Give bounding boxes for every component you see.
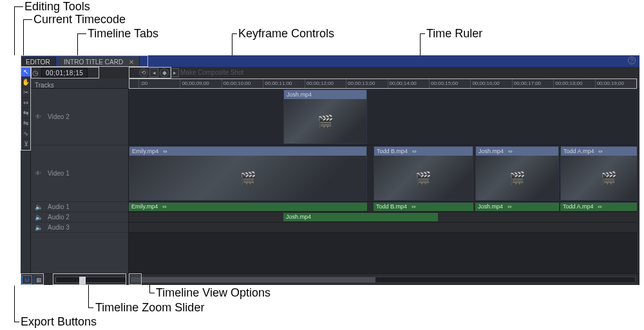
tool-slice[interactable]: ✂ xyxy=(21,87,31,98)
keyframe-add-button[interactable]: ◆ xyxy=(160,68,169,77)
link-icon: ⇔ xyxy=(412,149,417,154)
clip-label: Emily.mp4 ⇔ xyxy=(129,147,366,156)
annotation-view-options: Timeline View Options xyxy=(156,286,270,300)
annotation-timeline-tabs: Timeline Tabs xyxy=(88,27,158,41)
tool-ripple[interactable]: ⇆ xyxy=(21,108,31,118)
ruler-tick: 00;00;14;00 xyxy=(388,78,429,89)
clip-label-text: Josh.mp4 xyxy=(478,148,504,154)
lane-video2[interactable]: Josh.mp4 🎬 xyxy=(129,89,637,145)
help-icon[interactable]: ? xyxy=(628,57,636,64)
aclip-label: Todd A.mp4 xyxy=(563,203,594,210)
track-header-audio3[interactable]: 🔈 Audio 3 xyxy=(31,223,128,233)
speaker-icon[interactable]: 🔈 xyxy=(35,214,43,221)
keyframe-prev-button[interactable]: ◂ xyxy=(149,68,158,77)
timeline-panel: EDITOR INTRO TITLE CARD ✕ ? ◷ 00;01;18;1… xyxy=(21,55,639,285)
editing-tools: ↖ ✋ ✂ ⇔ ⇆ ⇋ ∿ ⊻ xyxy=(21,67,31,273)
track-header-video1[interactable]: 👁 Video 1 xyxy=(31,145,128,202)
ruler-tick: 00;00;16;00 xyxy=(470,78,511,89)
ruler-tick: 00;00;13;00 xyxy=(346,78,387,89)
tool-snap[interactable]: ⊻ xyxy=(21,139,31,149)
clip-label: Todd B.mp4 ⇔ xyxy=(374,147,473,156)
clip-thumbnail: 🎬 xyxy=(561,156,637,200)
clip-label-text: Todd B.mp4 xyxy=(377,148,408,154)
zoom-thumb[interactable] xyxy=(79,277,86,284)
clip-thumbnail: 🎬 xyxy=(476,156,558,200)
tab-second-label: INTRO TITLE CARD xyxy=(64,59,123,66)
ruler-tick: ;00 xyxy=(138,78,180,89)
clip-label: Josh.mp4 ⇔ xyxy=(476,147,558,156)
tool-slip[interactable]: ⇔ xyxy=(21,98,31,108)
aclip-audio1-toddb[interactable]: Todd B.mp4 ⇔ xyxy=(374,203,473,211)
speaker-icon[interactable]: 🔈 xyxy=(35,224,43,231)
aclip-label: Emily.mp4 xyxy=(131,203,158,210)
tracks-header: Tracks ;00 00;00;09;00 00;00;10;00 00;00… xyxy=(31,78,639,89)
link-icon: ⇔ xyxy=(163,149,167,154)
speaker-icon[interactable]: 🔈 xyxy=(35,203,43,210)
aclip-audio1-todda[interactable]: Todd A.mp4 ⇔ xyxy=(560,203,637,211)
lane-audio1[interactable]: Emily.mp4 ⇔ Todd B.mp4 ⇔ Josh.mp4 ⇔ Todd… xyxy=(129,202,637,212)
aclip-audio1-josh[interactable]: Josh.mp4 ⇔ xyxy=(475,203,559,211)
ruler-tick: 00;00;18;00 xyxy=(553,78,594,89)
eye-icon[interactable]: 👁 xyxy=(35,170,43,177)
keyframe-home-button[interactable]: ⟲ xyxy=(139,68,148,77)
clip-thumbnail: 🎬 xyxy=(374,156,473,200)
time-ruler[interactable]: ;00 00;00;09;00 00;00;10;00 00;00;11;00 … xyxy=(138,78,636,89)
bottom-bar: U ▦ ▤ xyxy=(21,273,639,285)
clip-video1-todda[interactable]: Todd A.mp4 ⇔ 🎬 xyxy=(560,146,637,201)
eye-icon[interactable]: 👁 xyxy=(35,113,43,120)
tool-hand[interactable]: ✋ xyxy=(21,77,31,87)
timeline-body[interactable]: Josh.mp4 🎬 Emily.mp4 ⇔ 🎬 Todd B.mp4 ⇔ 🎬 xyxy=(129,89,637,273)
export-button-1[interactable]: U xyxy=(22,275,32,284)
lane-video1[interactable]: Emily.mp4 ⇔ 🎬 Todd B.mp4 ⇔ 🎬 Josh.mp4 ⇔ … xyxy=(129,145,637,202)
ruler-tick: 00;00;15;00 xyxy=(429,78,470,89)
topbar: EDITOR INTRO TITLE CARD ✕ ? xyxy=(21,55,639,67)
timeline-zoom-slider[interactable] xyxy=(55,277,126,283)
link-icon: ⇔ xyxy=(508,149,513,154)
clip-video1-toddb[interactable]: Todd B.mp4 ⇔ 🎬 xyxy=(374,146,473,201)
tool-roll[interactable]: ⇋ xyxy=(21,118,31,129)
clip-label-text: Emily.mp4 xyxy=(132,148,158,154)
keyframe-next-button[interactable]: ▸ xyxy=(170,68,179,77)
tracks-label: Tracks xyxy=(31,82,54,89)
clip-video1-josh[interactable]: Josh.mp4 ⇔ 🎬 xyxy=(475,146,559,201)
timeline-hscroll[interactable] xyxy=(130,277,636,283)
annotation-current-timecode: Current Timecode xyxy=(33,13,126,26)
aclip-label: Todd B.mp4 xyxy=(376,203,407,210)
clip-thumbnail: 🎬 xyxy=(284,99,366,143)
clip-video2-josh[interactable]: Josh.mp4 🎬 xyxy=(283,89,367,144)
link-icon: ⇔ xyxy=(507,204,512,210)
export-button-2[interactable]: ▦ xyxy=(33,275,44,284)
annotation-editing-tools: Editing Tools xyxy=(24,0,90,14)
clip-label-text: Todd A.mp4 xyxy=(564,148,594,154)
aclip-audio2-josh[interactable]: Josh.mp4 xyxy=(283,213,438,221)
track-header-audio2[interactable]: 🔈 Audio 2 xyxy=(31,212,128,223)
annotation-export-buttons: Export Buttons xyxy=(21,315,97,329)
clip-label: Todd A.mp4 ⇔ xyxy=(561,147,637,156)
ruler-tick: 00;00;11;00 xyxy=(263,78,304,89)
track-header-video2[interactable]: 👁 Video 2 xyxy=(31,89,128,145)
ruler-tick: 00;00;12;00 xyxy=(305,78,346,89)
lane-audio3[interactable] xyxy=(129,223,637,233)
tool-select[interactable]: ↖ xyxy=(21,67,31,77)
close-icon[interactable]: ✕ xyxy=(129,59,134,66)
ruler-tick: 00;00;09;00 xyxy=(180,78,221,89)
link-icon: ⇔ xyxy=(162,204,167,210)
track-label: Audio 2 xyxy=(48,214,70,221)
tool-rate[interactable]: ∿ xyxy=(21,129,31,139)
lane-audio2[interactable]: Josh.mp4 xyxy=(129,212,637,223)
scroll-thumb[interactable] xyxy=(131,277,375,282)
track-label: Video 1 xyxy=(48,170,70,177)
clip-label: Josh.mp4 xyxy=(284,90,366,99)
clock-icon: ◷ xyxy=(31,69,40,77)
keyframe-controls: ⟲ ◂ ◆ ▸ xyxy=(139,67,179,78)
ruler-tick: 00;00;19;00 xyxy=(595,78,636,89)
aclip-audio1-emily[interactable]: Emily.mp4 ⇔ xyxy=(129,203,367,211)
ruler-tick: 00;00;10;00 xyxy=(222,78,263,89)
annotation-zoom-slider: Timeline Zoom Slider xyxy=(95,301,204,315)
annotation-keyframe-controls: Keyframe Controls xyxy=(238,27,334,41)
clip-thumbnail: 🎬 xyxy=(129,156,366,200)
link-icon: ⇔ xyxy=(598,149,603,154)
clip-video1-emily[interactable]: Emily.mp4 ⇔ 🎬 xyxy=(129,146,367,201)
timecode-display[interactable]: 00;01;18;15 xyxy=(41,68,88,78)
track-header-audio1[interactable]: 🔈 Audio 1 xyxy=(31,202,128,212)
